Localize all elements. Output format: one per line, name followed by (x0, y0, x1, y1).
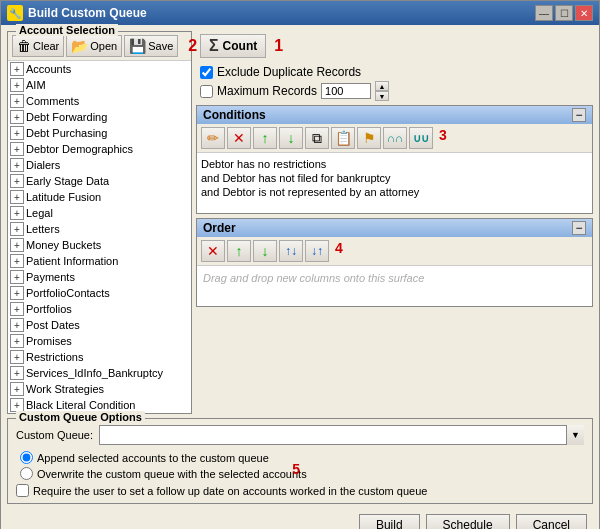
radio-overwrite-row[interactable]: Overwrite the custom queue with the sele… (20, 467, 584, 480)
exclude-duplicate-label: Exclude Duplicate Records (217, 65, 361, 79)
expander-post-dates[interactable]: + (10, 318, 24, 332)
conditions-collapse-button[interactable]: − (572, 108, 586, 122)
tree-item-services[interactable]: + Services_IdInfo_Bankruptcy (8, 365, 191, 381)
tree-item-aim[interactable]: + AIM (8, 77, 191, 93)
tree-item-legal[interactable]: + Legal (8, 205, 191, 221)
custom-queue-select[interactable] (99, 425, 584, 445)
tree-item-accounts[interactable]: + Accounts (8, 61, 191, 77)
condition-item-3: and Debtor is not represented by an atto… (201, 185, 588, 199)
tree-item-patient-info[interactable]: + Patient Information (8, 253, 191, 269)
expander-legal[interactable]: + (10, 206, 24, 220)
expander-letters[interactable]: + (10, 222, 24, 236)
expander-debt-forwarding[interactable]: + (10, 110, 24, 124)
conditions-copy-button[interactable]: ⧉ (305, 127, 329, 149)
expander-services[interactable]: + (10, 366, 24, 380)
conditions-list: Debtor has no restrictions and Debtor ha… (197, 153, 592, 213)
tree-item-debtor-demographics[interactable]: + Debtor Demographics (8, 141, 191, 157)
max-records-row: Maximum Records ▲ ▼ (200, 81, 589, 101)
tree-item-promises[interactable]: + Promises (8, 333, 191, 349)
and-icon: ∩∩ (387, 132, 403, 144)
close-button[interactable]: ✕ (575, 5, 593, 21)
followup-checkbox[interactable] (16, 484, 29, 497)
tree-item-restrictions[interactable]: + Restrictions (8, 349, 191, 365)
expander-portfolios[interactable]: + (10, 302, 24, 316)
radio-append-label: Append selected accounts to the custom q… (37, 452, 269, 464)
tree-item-portfolios[interactable]: + Portfolios (8, 301, 191, 317)
restore-button[interactable]: ☐ (555, 5, 573, 21)
window-icon: 🔧 (7, 5, 23, 21)
expander-debtor-demographics[interactable]: + (10, 142, 24, 156)
clear-button[interactable]: 🗑 Clear (12, 35, 64, 57)
order-asc-button[interactable]: ↑↓ (279, 240, 303, 262)
conditions-delete-button[interactable]: ✕ (227, 127, 251, 149)
expander-payments[interactable]: + (10, 270, 24, 284)
order-down-button[interactable]: ↓ (253, 240, 277, 262)
schedule-button[interactable]: Schedule (426, 514, 510, 529)
order-collapse-button[interactable]: − (572, 221, 586, 235)
expander-portfolio-contacts[interactable]: + (10, 286, 24, 300)
conditions-paste-button[interactable]: 📋 (331, 127, 355, 149)
order-delete-button[interactable]: ✕ (201, 240, 225, 262)
tree-item-debt-purchasing[interactable]: + Debt Purchasing (8, 125, 191, 141)
tree-item-portfolio-contacts[interactable]: + PortfolioContacts (8, 285, 191, 301)
expander-black-literal[interactable]: + (10, 398, 24, 412)
up-arrow-icon: ↑ (262, 130, 269, 146)
spin-down-button[interactable]: ▼ (375, 91, 389, 101)
radio-group: Append selected accounts to the custom q… (16, 451, 584, 480)
max-records-input[interactable] (321, 83, 371, 99)
conditions-and-button[interactable]: ∩∩ (383, 127, 407, 149)
title-buttons: — ☐ ✕ (535, 5, 593, 21)
conditions-edit-button[interactable]: ✏ (201, 127, 225, 149)
tree-item-payments[interactable]: + Payments (8, 269, 191, 285)
tree-item-comments[interactable]: + Comments (8, 93, 191, 109)
tree-item-letters[interactable]: + Letters (8, 221, 191, 237)
count-bar: Σ Count 1 (196, 31, 593, 61)
expander-debt-purchasing[interactable]: + (10, 126, 24, 140)
custom-queue-options: Custom Queue Options Custom Queue: ▼ App… (7, 418, 593, 504)
tree-item-work-strategies[interactable]: + Work Strategies (8, 381, 191, 397)
max-records-checkbox[interactable] (200, 85, 213, 98)
conditions-or-button[interactable]: ∪∪ (409, 127, 433, 149)
account-toolbar: 🗑 Clear 📂 Open 💾 Save 2 (8, 32, 191, 61)
conditions-up-button[interactable]: ↑ (253, 127, 277, 149)
radio-append[interactable] (20, 451, 33, 464)
flag-icon: ⚑ (363, 130, 376, 146)
tree-item-early-stage[interactable]: + Early Stage Data (8, 173, 191, 189)
expander-restrictions[interactable]: + (10, 350, 24, 364)
tree-item-dialers[interactable]: + Dialers (8, 157, 191, 173)
order-desc-button[interactable]: ↓↑ (305, 240, 329, 262)
expander-early-stage[interactable]: + (10, 174, 24, 188)
clear-label: Clear (33, 40, 59, 52)
sort-asc-icon: ↑↓ (285, 244, 297, 258)
expander-accounts[interactable]: + (10, 62, 24, 76)
conditions-toolbar: ✏ ✕ ↑ ↓ ⧉ (197, 124, 592, 153)
main-window: 🔧 Build Custom Queue — ☐ ✕ Account Selec… (0, 0, 600, 529)
spin-up-button[interactable]: ▲ (375, 81, 389, 91)
expander-latitude-fusion[interactable]: + (10, 190, 24, 204)
order-up-button[interactable]: ↑ (227, 240, 251, 262)
radio-append-row[interactable]: Append selected accounts to the custom q… (20, 451, 584, 464)
radio-overwrite[interactable] (20, 467, 33, 480)
tree-item-post-dates[interactable]: + Post Dates (8, 317, 191, 333)
tree-item-money-buckets[interactable]: + Money Buckets (8, 237, 191, 253)
tree-item-latitude-fusion[interactable]: + Latitude Fusion (8, 189, 191, 205)
expander-promises[interactable]: + (10, 334, 24, 348)
cancel-button[interactable]: Cancel (516, 514, 587, 529)
expander-dialers[interactable]: + (10, 158, 24, 172)
tree-container[interactable]: + Accounts + AIM + Comments + Debt Forwa… (8, 61, 191, 413)
account-selection-panel: Account Selection 🗑 Clear 📂 Open 💾 Save (7, 31, 192, 414)
expander-work-strategies[interactable]: + (10, 382, 24, 396)
expander-patient-info[interactable]: + (10, 254, 24, 268)
expander-aim[interactable]: + (10, 78, 24, 92)
exclude-duplicate-checkbox[interactable] (200, 66, 213, 79)
save-button[interactable]: 💾 Save (124, 35, 178, 57)
conditions-flag-button[interactable]: ⚑ (357, 127, 381, 149)
count-button[interactable]: Σ Count (200, 34, 266, 58)
expander-money-buckets[interactable]: + (10, 238, 24, 252)
tree-item-debt-forwarding[interactable]: + Debt Forwarding (8, 109, 191, 125)
expander-comments[interactable]: + (10, 94, 24, 108)
minimize-button[interactable]: — (535, 5, 553, 21)
open-button[interactable]: 📂 Open (66, 35, 122, 57)
conditions-down-button[interactable]: ↓ (279, 127, 303, 149)
build-button[interactable]: Build (359, 514, 420, 529)
